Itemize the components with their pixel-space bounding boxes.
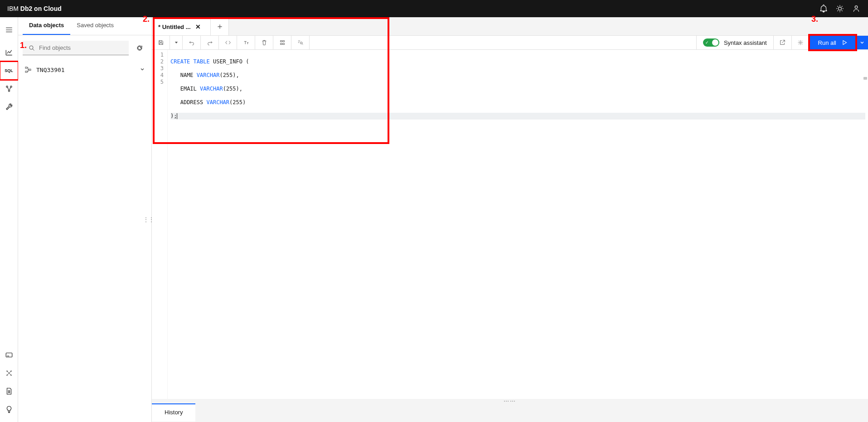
syntax-assistant-label: Syntax assistant: [724, 39, 767, 46]
tools-icon[interactable]: [0, 98, 18, 116]
left-rail: SQL: [0, 17, 18, 422]
args: (255): [229, 99, 246, 106]
svg-point-12: [8, 90, 10, 91]
code-text: );: [170, 113, 177, 119]
svg-line-8: [842, 6, 843, 7]
main-area: 2. 3. * Untitled ... ✕ ＋: [152, 17, 868, 422]
user-icon[interactable]: [852, 4, 861, 13]
brightness-icon[interactable]: [835, 4, 844, 13]
app-header: IBM Db2 on Cloud: [0, 0, 868, 17]
svg-point-19: [29, 46, 33, 49]
type: VARCHAR: [197, 72, 220, 78]
svg-line-5: [837, 6, 838, 7]
results-panel: History: [152, 403, 868, 422]
add-tab-button[interactable]: ＋: [211, 17, 229, 35]
col-name: EMAIL: [180, 86, 197, 92]
refresh-button[interactable]: [132, 41, 147, 55]
svg-point-0: [839, 7, 842, 10]
card-icon[interactable]: [0, 346, 18, 364]
notifications-icon[interactable]: [819, 4, 828, 13]
run-all-button[interactable]: Run all: [810, 36, 855, 49]
svg-line-7: [837, 10, 838, 11]
tree-item-label: TNQ33901: [36, 67, 135, 73]
syntax-assistant-box: ✓ Syntax assistant: [697, 36, 774, 49]
col-name: NAME: [180, 72, 194, 78]
idea-icon[interactable]: [0, 400, 18, 418]
sql-editor[interactable]: 1 2 3 4 5 CREATE TABLE USER_INFO ( NAME …: [152, 50, 868, 399]
col-name: ADDRESS: [180, 99, 204, 106]
svg-rect-26: [280, 43, 282, 45]
editor-toolbar: ✓ Syntax assistant Run all: [152, 35, 868, 50]
data-icon[interactable]: [0, 80, 18, 98]
svg-rect-22: [25, 71, 27, 72]
line-number: 3: [152, 65, 164, 72]
tab-saved-objects[interactable]: Saved objects: [70, 17, 120, 35]
object-tree: TNQ33901: [18, 61, 151, 79]
editor-tab-title: * Untitled ...: [158, 24, 191, 30]
sql-nav-icon[interactable]: SQL: [0, 62, 18, 80]
code-text: USER_INFO (: [210, 58, 249, 65]
search-input[interactable]: [39, 44, 123, 51]
sidebar-search-row: [18, 35, 151, 61]
svg-point-28: [300, 42, 302, 44]
save-dropdown[interactable]: [170, 36, 183, 49]
sidebar: Data objects Saved objects TNQ33901 ⋮⋮: [18, 17, 152, 422]
close-icon[interactable]: ✕: [195, 24, 201, 30]
type: VARCHAR: [200, 86, 223, 92]
cursor: [177, 113, 177, 119]
type: VARCHAR: [207, 99, 230, 106]
menu-icon[interactable]: [0, 21, 18, 39]
line-number: 4: [152, 72, 164, 79]
schema-icon: [24, 66, 32, 73]
search-input-wrap[interactable]: [23, 41, 129, 55]
document-icon[interactable]: [0, 382, 18, 400]
svg-line-20: [33, 49, 34, 51]
args: (255),: [219, 72, 239, 78]
svg-rect-27: [282, 43, 284, 45]
line-number: 2: [152, 58, 164, 65]
tab-data-objects[interactable]: Data objects: [23, 17, 70, 35]
save-button[interactable]: [152, 36, 170, 49]
text-size-button[interactable]: [237, 36, 255, 49]
scrollbar-marker[interactable]: [863, 77, 867, 80]
insert-button[interactable]: [273, 36, 291, 49]
kw: CREATE: [170, 58, 190, 65]
sidebar-tabs: Data objects Saved objects: [18, 17, 151, 35]
delete-button[interactable]: [255, 36, 273, 49]
open-external-button[interactable]: [774, 36, 792, 49]
svg-point-30: [800, 42, 801, 43]
search-icon: [28, 44, 35, 52]
line-gutter: 1 2 3 4 5: [152, 50, 168, 399]
svg-rect-24: [280, 41, 282, 42]
format-code-button[interactable]: [219, 36, 237, 49]
code-area[interactable]: CREATE TABLE USER_INFO ( NAME VARCHAR(25…: [168, 50, 868, 399]
analytics-icon[interactable]: [0, 43, 18, 62]
results-tabs: History: [152, 403, 868, 422]
graph-icon[interactable]: [0, 364, 18, 382]
svg-line-6: [842, 10, 843, 11]
brand-name: Db2 on Cloud: [20, 5, 62, 12]
tab-history[interactable]: History: [152, 403, 195, 422]
run-dropdown[interactable]: [855, 36, 868, 49]
svg-rect-25: [282, 41, 284, 42]
panel-resize-handle[interactable]: ⋯⋯: [152, 399, 868, 403]
line-number: 1: [152, 52, 164, 58]
kw: TABLE: [194, 58, 210, 65]
chevron-down-icon: [140, 66, 145, 73]
settings-button[interactable]: [792, 36, 810, 49]
run-all-label: Run all: [818, 39, 836, 46]
args: (255),: [223, 86, 242, 92]
editor-tab-untitled[interactable]: * Untitled ... ✕: [152, 17, 211, 35]
editor-tabs: * Untitled ... ✕ ＋: [152, 17, 868, 35]
brand-prefix: IBM: [7, 5, 19, 12]
find-button[interactable]: [291, 36, 310, 49]
svg-rect-23: [29, 69, 31, 71]
redo-button[interactable]: [201, 36, 219, 49]
svg-rect-13: [6, 353, 12, 357]
syntax-assistant-toggle[interactable]: ✓: [703, 38, 719, 47]
undo-button[interactable]: [183, 36, 201, 49]
svg-rect-21: [25, 67, 27, 68]
tree-schema-item[interactable]: TNQ33901: [23, 62, 147, 77]
header-actions: [819, 4, 861, 13]
svg-line-29: [302, 44, 303, 45]
